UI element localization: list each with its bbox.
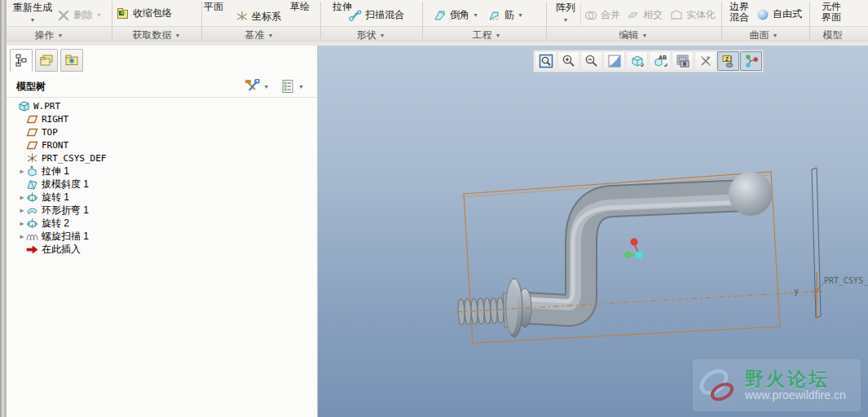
chamfer-icon — [434, 9, 447, 22]
group-separator — [546, 2, 547, 39]
revolve-icon — [26, 217, 38, 230]
group-separator — [112, 2, 112, 39]
tree-tools-menu-button[interactable]: ▼ — [242, 78, 271, 94]
tab-folder-browser[interactable] — [35, 49, 58, 72]
saved-views-button[interactable]: AB — [649, 51, 671, 71]
swept-blend-button[interactable]: 扫描混合 — [349, 8, 404, 22]
model-tree-panel: 模型树 ▼ ▼ — [7, 46, 318, 417]
view-manager-button[interactable] — [672, 51, 694, 71]
tools-icon — [244, 79, 260, 94]
model-tree-header: 模型树 ▼ ▼ — [7, 77, 317, 98]
csys-icon — [26, 152, 38, 165]
boundary-blend-button[interactable]: 边界 混合 — [725, 2, 753, 23]
zoom-out-icon — [584, 54, 599, 68]
tree-item-toroidal-bend-1[interactable]: ▶ 环形折弯 1 — [7, 204, 317, 217]
rib-button[interactable]: 筋 ▼ — [488, 8, 523, 22]
zoom-out-button[interactable] — [580, 51, 602, 71]
tree-item-default-csys[interactable]: PRT_CSYS_DEF — [7, 151, 317, 165]
display-style-button[interactable] — [626, 51, 648, 71]
freestyle-button[interactable]: 自由式 — [756, 7, 802, 21]
tree-item-top-plane[interactable]: TOP — [7, 125, 317, 138]
tree-item-revolve-1[interactable]: ▶ 旋转 1 — [7, 191, 317, 204]
tab-model-tree[interactable] — [10, 49, 33, 72]
group-separator — [809, 2, 810, 39]
tree-item-draft-1[interactable]: 拔模斜度 1 — [7, 178, 317, 191]
component-interface-button[interactable]: 元件 界面 — [817, 2, 845, 23]
expander-icon[interactable]: ▶ — [18, 207, 26, 214]
intersect-icon — [627, 9, 640, 22]
repaint-button[interactable] — [603, 51, 625, 71]
expander-icon[interactable]: ▶ — [18, 194, 26, 201]
tree-item-revolve-2[interactable]: ▶ 旋转 2 — [7, 217, 317, 230]
zoom-in-icon — [562, 54, 576, 68]
revolve-icon — [26, 191, 38, 204]
swept-blend-icon — [349, 9, 362, 22]
model-tree-icon — [15, 54, 28, 67]
spin-center — [624, 239, 643, 259]
zoom-region-icon — [539, 54, 553, 68]
shrinkwrap-icon — [117, 7, 130, 20]
zoom-in-button[interactable] — [557, 51, 579, 71]
regenerate-button[interactable]: 重新生成 ▼ — [10, 1, 55, 23]
tree-settings-menu-button[interactable]: ▼ — [279, 78, 306, 94]
zoom-region-button[interactable] — [535, 51, 557, 71]
expander-icon[interactable]: ▶ — [18, 220, 26, 227]
annotation-display-button[interactable]: Z — [717, 51, 739, 71]
sketch-button[interactable]: 草绘 — [290, 0, 310, 14]
pattern-button[interactable]: 阵列 ▼ — [551, 1, 580, 23]
csys-icon — [236, 11, 249, 24]
tree-item-insert-here[interactable]: 在此插入 — [7, 243, 317, 256]
csys-label[interactable]: PRT_CSYS_D — [824, 276, 868, 285]
helical-sweep-icon — [26, 230, 38, 243]
chamfer-button[interactable]: 倒角 ▼ — [434, 8, 478, 22]
navigator-tabs — [10, 49, 83, 73]
model-tree-title: 模型树 — [16, 80, 46, 94]
graphics-viewport[interactable]: PRT_CSYS_D y — [318, 46, 868, 417]
group-separator — [320, 2, 321, 39]
extrude-icon — [26, 165, 38, 178]
forum-watermark: 野火论坛 www.proewildfire.cn — [693, 359, 861, 411]
solidify-icon — [670, 9, 683, 22]
datum-csys-button[interactable]: 坐标系 — [236, 10, 281, 24]
datum-plane-icon — [26, 139, 38, 151]
tree-item-helical-sweep-1[interactable]: ▶ 螺旋扫描 1 — [7, 230, 317, 243]
datum-plane-button[interactable]: 平面 — [204, 0, 223, 14]
group-separator — [201, 2, 202, 39]
solidify-button[interactable]: 实体化 — [670, 8, 716, 22]
delete-x-icon — [57, 9, 70, 22]
svg-text:Z: Z — [725, 56, 729, 62]
shrinkwrap-button[interactable]: 收缩包络 — [117, 7, 172, 20]
delete-button[interactable]: 删除 ▼ — [57, 8, 102, 22]
merge-button[interactable]: 合并 — [584, 8, 620, 22]
ball-end — [729, 172, 773, 216]
window-left-edge — [0, 0, 7, 417]
tree-item-extrude-1[interactable]: ▶ 拉伸 1 — [7, 165, 317, 178]
in-graphics-toolbar: AB x Z — [533, 50, 764, 72]
folder-star-icon — [64, 54, 79, 67]
model-tree: W.PRT RIGHT TOP FRONT — [7, 99, 317, 256]
svg-text:AB: AB — [659, 55, 667, 60]
view-manager-icon — [676, 54, 690, 68]
tree-item-right-plane[interactable]: RIGHT — [7, 112, 317, 125]
datum-display-filters-button[interactable]: x — [694, 51, 716, 71]
intersect-button[interactable]: 相交 — [627, 8, 663, 22]
tree-item-front-plane[interactable]: FRONT — [7, 138, 317, 151]
crank-tube — [521, 195, 746, 310]
spin-center-toggle-button[interactable] — [740, 51, 762, 71]
rib-icon — [488, 9, 501, 22]
expander-icon[interactable]: ▶ — [18, 233, 26, 240]
forum-logo — [693, 362, 743, 408]
group-separator — [422, 2, 423, 39]
settings-list-icon — [280, 79, 295, 94]
axis-y-label: y — [794, 287, 799, 296]
tree-item-part[interactable]: W.PRT — [7, 99, 317, 112]
folders-icon — [39, 54, 54, 67]
tab-favorites[interactable] — [60, 49, 83, 72]
crank-model[interactable] — [457, 172, 773, 337]
datum-plane-icon — [26, 126, 38, 138]
datum-plane-icon — [26, 113, 38, 125]
display-style-cube-icon — [630, 54, 645, 68]
forum-name: 野火论坛 — [745, 369, 846, 388]
expander-icon[interactable]: ▶ — [18, 168, 26, 175]
annotation-display-icon: Z — [721, 54, 736, 68]
